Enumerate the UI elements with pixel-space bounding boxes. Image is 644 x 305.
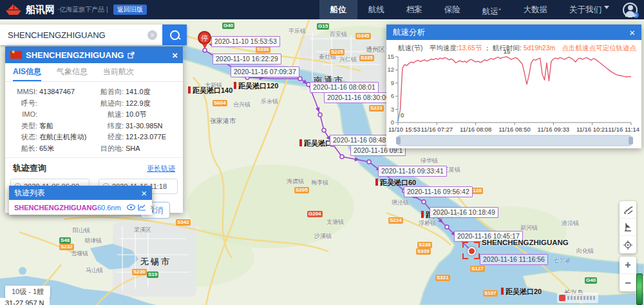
map-town-label: 支塘镇 [327,218,344,226]
field-row: IMO: [9,109,90,121]
map-town-label: 乐余镇 [261,97,278,106]
road-badge: S604 [213,100,227,106]
logo-suffix: ·亿海蓝旗下产品 | [57,5,108,14]
nav-item-保险[interactable]: 保险 [433,0,471,19]
nav-item-大数据[interactable]: 大数据 [513,0,559,19]
road-badge: G40 [222,23,234,29]
zoom-in-button[interactable]: + [620,257,636,274]
longer-track-link[interactable]: 更长轨迹 [147,164,175,173]
svg-text:12: 12 [387,66,394,73]
ruler-icon [623,205,632,214]
nav-item-船位[interactable]: 船位 [319,0,357,19]
waypoint-timestamp-label[interactable]: 2020-11-16 08:30:00 [324,92,393,103]
close-track-list-icon[interactable]: × [141,188,147,198]
remove-track-icon[interactable]: × [150,202,155,212]
svg-text:11/16 10:21: 11/16 10:21 [576,126,608,133]
waypoint-timestamp-label[interactable]: 2020-11-10 15:53:53 [211,36,280,47]
road-badge: S107 [483,290,498,297]
tab-AIS信息[interactable]: AIS信息 [13,63,41,81]
waypoint-timestamp-label[interactable]: 2020-11-16 09:56:42 [404,186,473,197]
density-scale-bar[interactable] [636,273,643,305]
svg-text:11/10 15:53: 11/10 15:53 [388,126,420,133]
map-town-label: 向化镇 [576,247,594,255]
waypoint-timestamp-label[interactable]: 2020-11-16 07:09:37 [231,66,299,77]
track-query-title: 轨迹查询 [13,162,46,174]
speed-chart-icon[interactable] [138,204,146,211]
speed-chart[interactable]: 0369121511/10 15:5311/16 07:2711/16 08:0… [386,25,641,148]
map-town-label: 胡埭镇 [84,237,102,245]
logo[interactable]: 船讯网 ·亿海蓝旗下产品 | 返回旧版 [0,3,147,16]
nav-item-航运[interactable]: 航运+ [471,0,513,19]
measure-ruler-button[interactable] [620,201,636,219]
map-town-label: 百安镇 [330,30,347,39]
waypoint-timestamp-label[interactable]: 2020-11-16 11:16:56 [480,254,548,265]
field-row: MMSI:413847467 [9,86,90,98]
waypoint-timestamp-label[interactable]: 2020-11-16 10:18:49 [430,207,498,218]
top-navbar: 船讯网 ·亿海蓝旗下产品 | 返回旧版 船位航线档案保险航运+大数据关于我们 c [0,0,644,19]
nav-item-档案[interactable]: 档案 [395,0,433,19]
tab-气象信息[interactable]: 气象信息 [57,63,88,81]
ship-name-label: SHENCHENGZHIGUANG [482,239,569,246]
road-badge: G204 [307,211,323,217]
ais-fields: MMSI:413847467呼号:IMO:类型:客船状态:在航(主机推动)船长:… [5,82,183,157]
user-avatar[interactable]: c [623,3,638,17]
mark-flag-button[interactable] [620,219,636,236]
svg-text:11/16 08:08: 11/16 08:08 [460,126,491,133]
road-badge: S336 [256,46,270,53]
main-menu: 船位航线档案保险航运+大数据关于我们 [319,0,620,19]
locate-button[interactable] [620,236,636,253]
field-row: 类型:客船 [9,121,90,132]
search-input[interactable] [0,25,147,45]
speed-hint: 点击航速点可定位轨迹点 [562,44,636,53]
app-window: 平乐镇百安镇通州区秦灶镇兴仁镇南通市大新镇合兴镇乐余镇张家港市海虞镇梅李镇支塘镇… [0,0,644,305]
road-badge: S205 [294,187,309,193]
nav-item-关于我们[interactable]: 关于我们 [558,0,620,19]
speed-stats: 平均速度:13.65节 ； 航行时间: 5d19h23m [430,44,556,53]
waypoint-timestamp-label[interactable]: 2020-11-16 08:08:01 [310,82,379,93]
ship-logo-icon [5,3,22,16]
speed-panel-subheader: 航速(节) 平均速度:13.65节 ； 航行时间: 5d19h23m 点击航速点… [386,44,641,53]
avatar-badge: c [633,12,639,18]
field-row: 船首向:141.0度 [90,86,179,98]
map-town-label: 梅李镇 [311,179,328,187]
road-badge: S335 [359,55,374,61]
waypoint-timestamp-label[interactable]: 2020-11-10 16:22:29 [213,54,281,64]
road-badge: S225 [330,49,345,55]
zoom-out-button[interactable]: − [620,274,636,291]
nav-item-航线[interactable]: 航线 [357,0,395,19]
waypoint-timestamp-label[interactable]: 2020-11-16 09:33:41 [378,166,447,177]
clear-search-icon[interactable]: × [147,30,157,40]
map-town-label: 无锡市 [140,256,171,268]
track-ship-name: SHENCHENGZHIGUANG [14,204,97,212]
return-old-version-button[interactable]: 返回旧版 [113,5,147,15]
map-tools-group [620,201,636,253]
svg-text:15: 15 [387,53,394,60]
map-zoom-group: + − [620,257,636,291]
parked-pin-marker[interactable]: 停 [198,31,211,44]
external-link-icon[interactable] [128,52,135,59]
map-town-label: 张家港市 [210,117,236,126]
road-badge: S339 [416,248,431,255]
track-list-item[interactable]: SHENCHENGZHIGUANG 60.6nm × [9,200,152,215]
ship-position-marker[interactable] [468,247,476,255]
svg-text:6: 6 [391,92,394,99]
map-town-label: 梁溪区 [134,226,151,234]
distance-marker-label: 距吴淞口20 [501,287,542,297]
crosshair-icon [623,241,632,250]
road-badge: G345 [355,33,371,39]
speed-analysis-panel: 0369121511/10 15:5311/16 07:2711/16 08:0… [386,25,641,148]
road-badge: S321 [435,275,450,281]
speed-y-label: 航速(节) [398,44,423,53]
svg-text:3: 3 [391,106,394,113]
flag-icon [623,222,632,231]
close-ship-panel-icon[interactable]: × [172,50,178,60]
tab-当前航次[interactable]: 当前航次 [103,63,134,81]
road-badge: G40 [585,277,597,284]
field-row: 航速:10.0节 [90,109,179,121]
map-town-label: 平乐镇 [289,27,306,35]
map-town-label: 浮桥镇 [419,219,436,228]
svg-text:11/16 09:33: 11/16 09:33 [538,126,569,133]
search-button[interactable] [162,25,187,45]
road-badge: S232 [59,244,74,250]
visibility-eye-icon[interactable] [127,204,135,210]
